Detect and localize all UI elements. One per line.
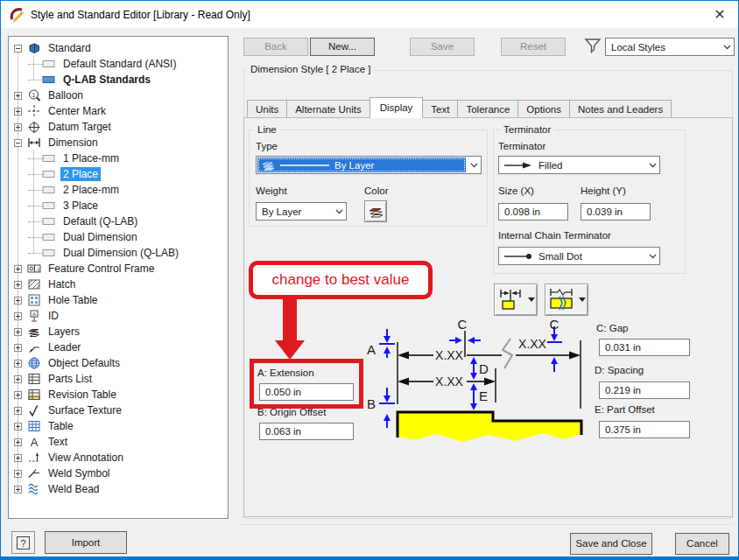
expand-box-icon[interactable]: [14, 407, 22, 415]
import-button[interactable]: Import: [45, 531, 127, 554]
line-sample: [280, 164, 329, 167]
tab-display[interactable]: Display: [370, 97, 424, 118]
text-icon: A: [27, 435, 41, 449]
tree-item-label: Q-LAB Standards: [60, 73, 153, 87]
layers-icon: [261, 160, 275, 171]
terminator-size-label: Size (X): [498, 186, 534, 196]
close-icon[interactable]: ✕: [712, 7, 728, 23]
parts-list-icon: [27, 372, 41, 386]
tree-item-label: Hatch: [46, 277, 78, 291]
dropdown-arrow-icon[interactable]: [576, 284, 588, 315]
expand-box-icon[interactable]: [14, 297, 22, 304]
origin-offset-input[interactable]: 0.063 in: [259, 423, 354, 440]
tree-item-datum-target[interactable]: Datum Target: [9, 119, 228, 135]
expand-box-icon[interactable]: [14, 108, 22, 116]
tree-item-text[interactable]: AText: [9, 434, 228, 450]
save-and-close-button[interactable]: Save and Close: [570, 533, 652, 555]
tab-text[interactable]: Text: [422, 100, 458, 118]
gap-input[interactable]: 0.031 in: [599, 339, 690, 356]
tree-item-leader[interactable]: Leader: [9, 340, 228, 355]
expand-box-icon[interactable]: [14, 328, 22, 336]
tree-item-dual-dimension-q-lab[interactable]: Dual Dimension (Q-LAB): [9, 245, 228, 261]
tree-item-center-mark[interactable]: Center Mark: [9, 103, 228, 119]
tree-item-surface-texture[interactable]: Surface Texture: [9, 402, 228, 418]
expand-box-icon[interactable]: [14, 423, 22, 430]
tree-item-hatch[interactable]: Hatch: [9, 276, 228, 292]
back-button[interactable]: Back: [243, 38, 308, 56]
spacing-input[interactable]: 0.219 in: [599, 382, 690, 399]
expand-box-icon[interactable]: [14, 312, 22, 320]
tab-units[interactable]: Units: [247, 100, 287, 118]
reset-button[interactable]: Reset: [501, 38, 566, 56]
dimension-break-option-button[interactable]: [545, 284, 588, 316]
tree-item-object-defaults[interactable]: Object Defaults: [9, 355, 228, 371]
tree-item-dual-dimension[interactable]: Dual Dimension: [9, 229, 228, 245]
tree-item-weld-bead[interactable]: Weld Bead: [9, 481, 228, 497]
expand-box-icon[interactable]: [14, 438, 22, 446]
tree-item-1-place-mm[interactable]: 1 Place-mm: [9, 150, 228, 166]
style-filter-select[interactable]: Local Styles: [605, 38, 735, 56]
extension-option-button[interactable]: [494, 284, 538, 316]
expand-box-icon[interactable]: [14, 454, 22, 462]
expand-box-icon[interactable]: [14, 360, 22, 368]
tab-alternate-units[interactable]: Alternate Units: [286, 100, 370, 118]
tree-item-balloon[interactable]: 1Balloon: [9, 88, 228, 103]
style-filter-value: Local Styles: [606, 42, 720, 52]
expand-box-icon[interactable]: [14, 470, 22, 478]
tree-item-standard[interactable]: Standard: [9, 40, 228, 56]
expand-box-icon[interactable]: [14, 375, 22, 383]
line-type-selected: By Layer: [257, 158, 466, 172]
tab-options[interactable]: Options: [517, 100, 570, 118]
expand-box-icon[interactable]: [14, 92, 22, 100]
tree-item-3-place[interactable]: 3 Place: [9, 198, 228, 214]
tree-item-dimension[interactable]: Dimension: [9, 135, 228, 150]
internal-chain-terminator-select[interactable]: Small Dot: [498, 247, 660, 265]
collapse-box-icon[interactable]: [14, 139, 22, 147]
tree-item-2-place-mm[interactable]: 2 Place-mm: [9, 182, 228, 198]
swatch-icon: [42, 246, 56, 260]
expand-box-icon[interactable]: [14, 265, 22, 273]
expand-box-icon[interactable]: [14, 123, 22, 131]
dim-text: X.XX: [518, 337, 547, 351]
help-button[interactable]: ?: [11, 531, 35, 554]
save-button[interactable]: Save: [410, 38, 475, 56]
tree-connector-line: [28, 206, 44, 206]
tab-tolerance[interactable]: Tolerance: [457, 100, 518, 118]
small-dot-icon: [503, 252, 533, 261]
tree-item-default-standard-ansi[interactable]: Default Standard (ANSI): [9, 56, 228, 72]
terminator-height-input[interactable]: 0.039 in: [581, 203, 651, 220]
terminator-select[interactable]: Filled: [498, 156, 660, 174]
collapse-box-icon[interactable]: [14, 45, 22, 52]
line-color-button[interactable]: [364, 200, 387, 222]
tree-item-default-q-lab[interactable]: Default (Q-LAB): [9, 214, 228, 229]
line-weight-select[interactable]: By Layer: [256, 202, 347, 220]
tree-item-q-lab-standards[interactable]: Q-LAB Standards: [9, 72, 228, 88]
expand-box-icon[interactable]: [14, 344, 22, 352]
tree-item-feature-control-frame[interactable]: .1Feature Control Frame: [9, 261, 228, 276]
tree-item-layers[interactable]: Layers: [9, 324, 228, 340]
tree-item-id[interactable]: AID: [9, 308, 228, 324]
tab-notes-and-leaders[interactable]: Notes and Leaders: [569, 100, 672, 118]
tree-item-table[interactable]: Table: [9, 418, 228, 434]
line-type-select[interactable]: By Layer: [256, 156, 482, 174]
terminator-label: Terminator: [498, 141, 545, 151]
tree-item-hole-table[interactable]: Hole Table: [9, 292, 228, 308]
terminator-size-input[interactable]: 0.098 in: [498, 203, 568, 220]
new-button[interactable]: New...: [310, 38, 375, 56]
tree-connector-line: [28, 190, 44, 191]
expand-box-icon[interactable]: [14, 486, 22, 494]
tree-item-view-annotation[interactable]: View Annotation: [9, 450, 228, 466]
dropdown-arrow-icon[interactable]: [525, 284, 537, 315]
tree-item-2-place[interactable]: 2 Place: [9, 166, 228, 182]
annotation-text: change to best value: [272, 271, 410, 289]
expand-box-icon[interactable]: [14, 391, 22, 399]
part-offset-input[interactable]: 0.375 in: [599, 421, 690, 438]
object-defaults-icon: [27, 356, 41, 370]
tree-item-weld-symbol[interactable]: Weld Symbol: [9, 466, 228, 481]
tree-item-revision-table[interactable]: Revision Table: [9, 387, 228, 402]
dimension-break-option-icon: [545, 288, 576, 312]
cancel-button[interactable]: Cancel: [675, 533, 729, 555]
filled-arrow-icon: [503, 161, 533, 170]
tree-item-parts-list[interactable]: Parts List: [9, 371, 228, 387]
expand-box-icon[interactable]: [14, 281, 22, 289]
